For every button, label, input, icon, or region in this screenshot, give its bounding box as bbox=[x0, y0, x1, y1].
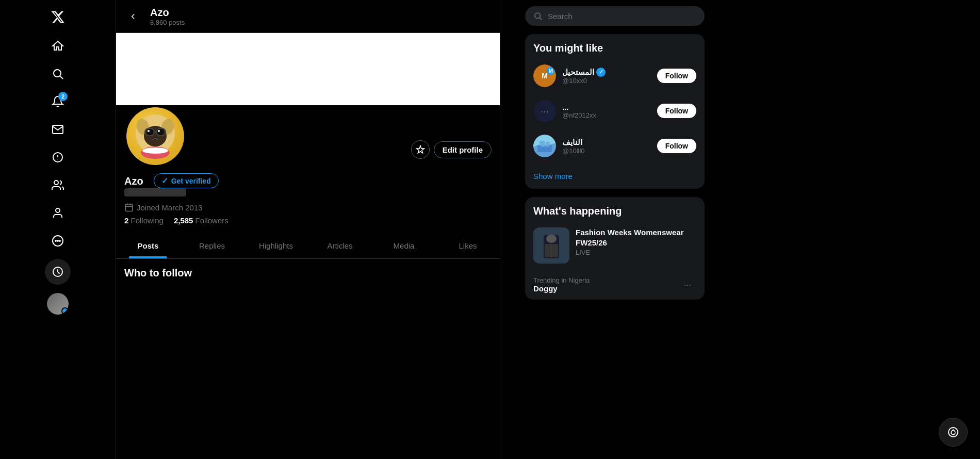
suggestion-avatar-image-3 bbox=[533, 135, 556, 157]
display-name-row: Azo ✓ Get verified bbox=[124, 173, 492, 188]
happening-info-1: Fashion Weeks Womenswear FW25/26 LIVE bbox=[576, 227, 696, 256]
svg-line-1 bbox=[60, 76, 63, 79]
header-profile-info: Azo 8,860 posts bbox=[150, 6, 185, 26]
sidebar-item-notifications[interactable]: 2 bbox=[45, 89, 71, 114]
following-count: 2 bbox=[124, 216, 128, 225]
sidebar-item-communities[interactable] bbox=[45, 172, 71, 198]
you-might-like-card: You might like M M المستحيل ✓ @1 bbox=[525, 34, 705, 189]
svg-point-0 bbox=[54, 70, 61, 77]
premium-button[interactable] bbox=[45, 259, 71, 285]
follow-button-1[interactable]: Follow bbox=[657, 69, 696, 83]
floating-action-button[interactable] bbox=[939, 418, 968, 447]
happening-image-1 bbox=[533, 227, 569, 264]
sidebar-item-more[interactable] bbox=[45, 228, 71, 254]
sparkle-button[interactable] bbox=[411, 140, 430, 159]
suggestion-item-3[interactable]: النايف @10lll0 Follow bbox=[525, 128, 705, 163]
avatar-actions-row: Edit profile bbox=[124, 105, 492, 173]
back-button[interactable] bbox=[124, 8, 142, 25]
happening-item-1[interactable]: Fashion Weeks Womenswear FW25/26 LIVE bbox=[525, 221, 705, 270]
search-bar-placeholder: Search bbox=[548, 12, 573, 21]
happening-image-inner-1 bbox=[533, 227, 569, 264]
avatar-dog-svg bbox=[126, 107, 184, 165]
following-label: Following bbox=[131, 216, 164, 225]
svg-point-47 bbox=[949, 428, 958, 437]
svg-point-8 bbox=[55, 240, 56, 241]
x-logo-icon bbox=[51, 10, 65, 24]
followers-label: Followers bbox=[195, 216, 228, 225]
profile-display-name: Azo bbox=[124, 174, 143, 188]
sidebar-item-profile[interactable] bbox=[45, 200, 71, 226]
suggestion-name-2: ... bbox=[562, 103, 651, 111]
home-icon bbox=[51, 39, 64, 53]
joined-info: Joined March 2013 bbox=[124, 203, 492, 212]
suggestion-name-1: المستحيل ✓ bbox=[562, 68, 651, 77]
trending-context: Trending in Nigeria bbox=[533, 276, 590, 284]
edit-profile-button[interactable]: Edit profile bbox=[434, 141, 492, 158]
profile-page-header: Azo 8,860 posts bbox=[116, 0, 500, 33]
tab-media[interactable]: Media bbox=[372, 233, 436, 258]
follow-button-3[interactable]: Follow bbox=[657, 139, 696, 153]
who-to-follow-section: Who to follow bbox=[116, 259, 500, 296]
suggestion-item-1[interactable]: M M المستحيل ✓ @10xx0 Follow bbox=[525, 58, 705, 93]
whats-happening-title: What's happening bbox=[525, 197, 705, 221]
grok-floating-icon bbox=[947, 426, 959, 438]
get-verified-button[interactable]: ✓ Get verified bbox=[154, 173, 219, 188]
suggestion-avatar-3 bbox=[533, 135, 556, 157]
tab-highlights[interactable]: Highlights bbox=[244, 233, 308, 258]
tab-replies[interactable]: Replies bbox=[180, 233, 244, 258]
profile-name-area: Azo ✓ Get verified bbox=[124, 173, 492, 196]
follow-button-2[interactable]: Follow bbox=[657, 104, 696, 118]
svg-rect-28 bbox=[125, 204, 133, 211]
suggestion-avatar-svg-1: M M bbox=[533, 64, 556, 87]
tab-posts[interactable]: Posts bbox=[116, 233, 180, 258]
username-bar-obscured bbox=[124, 188, 186, 196]
trending-more-options-button[interactable]: ··· bbox=[679, 276, 696, 293]
who-to-follow-title: Who to follow bbox=[124, 267, 492, 279]
tab-likes[interactable]: Likes bbox=[436, 233, 500, 258]
suggestion-avatar-2: ··· bbox=[533, 100, 556, 122]
joined-date-text: Joined March 2013 bbox=[137, 203, 203, 212]
sidebar-item-grok[interactable] bbox=[45, 144, 71, 170]
whats-happening-card: What's happening Fashion Weeks Womenswea… bbox=[525, 197, 705, 300]
premium-icon bbox=[52, 266, 64, 278]
svg-point-9 bbox=[57, 240, 58, 241]
back-arrow-icon bbox=[128, 12, 138, 21]
svg-point-10 bbox=[59, 240, 60, 241]
sidebar-item-explore[interactable] bbox=[45, 61, 71, 87]
profile-avatar[interactable] bbox=[124, 105, 186, 167]
suggestion-info-3: النايف @10lll0 bbox=[562, 138, 651, 155]
more-circle-icon bbox=[51, 234, 64, 248]
main-content: Azo 8,860 posts bbox=[116, 0, 500, 459]
get-verified-label: Get verified bbox=[171, 177, 211, 185]
right-sidebar: Search You might like M M المستحيل bbox=[517, 0, 713, 459]
suggestion-handle-2: @nf2012xx bbox=[562, 111, 651, 119]
suggestion-item-2[interactable]: ··· ... @nf2012xx Follow bbox=[525, 93, 705, 128]
svg-line-33 bbox=[540, 18, 542, 20]
search-bar[interactable]: Search bbox=[525, 6, 705, 26]
svg-point-44 bbox=[546, 235, 557, 243]
following-stat[interactable]: 2 Following bbox=[124, 216, 164, 225]
svg-point-21 bbox=[148, 130, 150, 132]
profile-info-area: Edit profile Azo ✓ Get verified bbox=[116, 105, 500, 225]
suggestion-handle-1: @10xx0 bbox=[562, 77, 651, 85]
svg-text:M: M bbox=[542, 72, 548, 80]
search-bar-icon bbox=[533, 11, 543, 21]
trending-topic: Doggy bbox=[533, 284, 590, 293]
svg-point-6 bbox=[56, 208, 60, 212]
tab-articles[interactable]: Articles bbox=[308, 233, 372, 258]
search-icon bbox=[51, 67, 64, 80]
show-more-link[interactable]: Show more bbox=[525, 163, 705, 189]
twitter-x-logo[interactable] bbox=[45, 4, 71, 30]
calendar-icon bbox=[124, 203, 134, 212]
sparkle-icon bbox=[416, 145, 425, 154]
header-posts-count: 8,860 posts bbox=[150, 19, 185, 26]
sidebar-item-home[interactable] bbox=[45, 33, 71, 59]
user-icon bbox=[51, 206, 64, 220]
followers-stat[interactable]: 2,585 Followers bbox=[174, 216, 228, 225]
svg-point-32 bbox=[535, 13, 541, 19]
sidebar-user-avatar[interactable] bbox=[47, 293, 69, 315]
happening-status-1: LIVE bbox=[576, 249, 696, 256]
sidebar-item-messages[interactable] bbox=[45, 117, 71, 142]
header-profile-name: Azo bbox=[150, 6, 185, 19]
people-icon bbox=[51, 178, 64, 192]
